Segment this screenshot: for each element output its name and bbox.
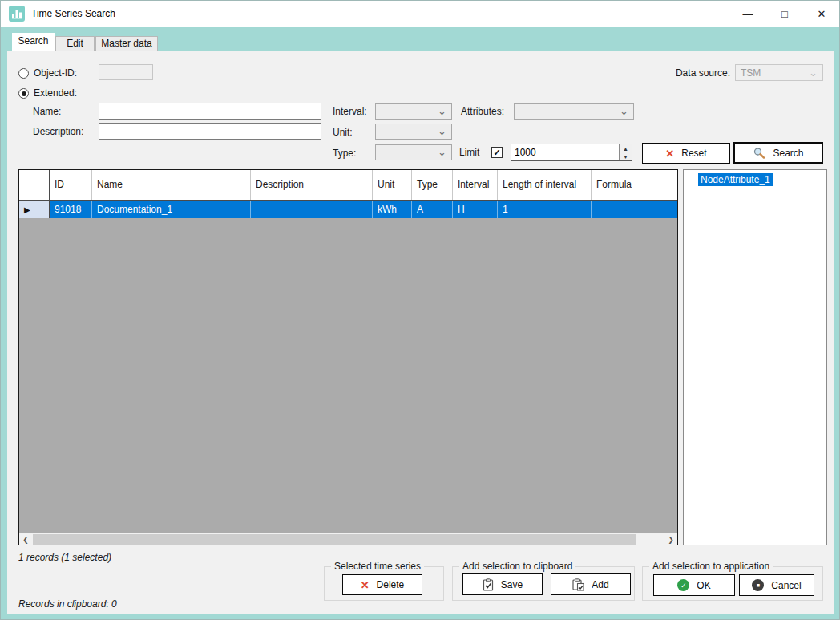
row-selector-header	[19, 170, 50, 200]
search-button-label: Search	[773, 148, 803, 159]
interval-label: Interval:	[333, 106, 367, 117]
limit-checkbox[interactable]: ✓	[491, 147, 503, 158]
extended-radio[interactable]	[18, 88, 29, 99]
name-label: Name:	[33, 106, 61, 117]
add-button[interactable]: Add	[551, 573, 631, 595]
minimize-icon: —	[743, 8, 753, 20]
grid-header-row: ID Name Description Unit Type Interval L…	[19, 170, 677, 201]
records-summary: 1 records (1 selected)	[18, 552, 111, 563]
tab-master-data[interactable]: Master data	[95, 36, 158, 51]
cell-type[interactable]: A	[412, 201, 453, 218]
radio-dot	[22, 91, 26, 96]
spin-down-button[interactable]: ▼	[620, 152, 632, 160]
search-button[interactable]: Search	[733, 142, 823, 164]
tree-item[interactable]: NodeAttribute_1	[685, 172, 825, 187]
maximize-icon: □	[781, 8, 788, 20]
close-button[interactable]: ✕	[806, 1, 837, 26]
title-bar: Time Series Search — □ ✕	[1, 1, 840, 27]
data-source-label: Data source:	[674, 67, 730, 79]
unit-combobox[interactable]: ⌄	[375, 124, 452, 140]
data-source-value: TSM	[741, 67, 761, 79]
attributes-label: Attributes:	[461, 106, 504, 117]
table-row[interactable]: ▶ 91018 Documentation_1 kWh A H 1	[19, 201, 677, 218]
row-selector-cell[interactable]: ▶	[19, 201, 50, 218]
tab-edit[interactable]: Edit	[55, 36, 95, 51]
chevron-down-icon: ⌄	[438, 128, 446, 135]
ok-button[interactable]: ✓ OK	[653, 574, 735, 596]
limit-label: Limit	[459, 147, 479, 158]
magnifier-icon	[753, 147, 765, 160]
column-header-interval[interactable]: Interval	[453, 170, 498, 200]
delete-button[interactable]: ✕ Delete	[342, 574, 422, 595]
interval-combobox[interactable]: ⌄	[375, 103, 452, 120]
bar-chart-icon	[11, 8, 22, 19]
type-combobox[interactable]: ⌄	[375, 144, 452, 160]
column-header-length-of-interval[interactable]: Length of interval	[498, 170, 592, 200]
column-header-id[interactable]: ID	[50, 170, 92, 200]
scroll-right-icon: ❯	[668, 536, 674, 544]
cell-name[interactable]: Documentation_1	[92, 201, 251, 218]
description-label: Description:	[33, 126, 83, 137]
tree-branch-line	[685, 180, 697, 180]
column-header-name[interactable]: Name	[92, 170, 251, 200]
grid-empty-area	[19, 218, 677, 533]
cell-id[interactable]: 91018	[50, 201, 92, 218]
type-label: Type:	[333, 148, 356, 159]
results-grid: ID Name Description Unit Type Interval L…	[18, 169, 678, 545]
cell-interval[interactable]: H	[453, 201, 498, 218]
object-id-input[interactable]	[99, 64, 153, 80]
scroll-right-button[interactable]: ❯	[664, 533, 677, 545]
app-window: Time Series Search — □ ✕ Search Edit Mas…	[0, 0, 840, 620]
delete-button-label: Delete	[377, 579, 405, 590]
description-input[interactable]	[99, 123, 321, 140]
chevron-down-icon: ⌄	[809, 70, 818, 76]
spinner-buttons: ▲ ▼	[619, 144, 632, 160]
attributes-combobox[interactable]: ⌄	[514, 103, 634, 120]
tab-master-data-label: Master data	[101, 38, 151, 49]
red-x-icon: ✕	[665, 148, 674, 160]
add-to-clipboard-group: Add selection to clipboard Save Add	[452, 566, 635, 601]
object-id-radio[interactable]	[18, 68, 29, 79]
ok-button-label: OK	[697, 580, 710, 591]
check-icon: ✓	[493, 148, 500, 158]
save-button[interactable]: Save	[462, 573, 543, 595]
spin-down-icon: ▼	[623, 154, 628, 160]
unit-label: Unit:	[333, 127, 353, 138]
horizontal-scrollbar[interactable]: ❮ ❯	[19, 533, 677, 545]
cancel-button-label: Cancel	[771, 580, 801, 591]
chevron-down-icon: ⌄	[438, 149, 446, 156]
spin-up-icon: ▲	[623, 146, 628, 152]
attribute-tree: NodeAttribute_1	[683, 169, 827, 545]
column-header-description[interactable]: Description	[251, 170, 373, 200]
column-header-unit[interactable]: Unit	[373, 170, 412, 200]
add-button-label: Add	[592, 579, 608, 590]
close-icon: ✕	[818, 8, 826, 20]
tree-item-label[interactable]: NodeAttribute_1	[698, 173, 773, 186]
clipboard-check-icon	[483, 578, 494, 591]
tab-search[interactable]: Search	[12, 33, 55, 51]
spin-up-button[interactable]: ▲	[620, 144, 632, 152]
cell-unit[interactable]: kWh	[373, 201, 412, 218]
selected-time-series-group-title: Selected time series	[331, 561, 424, 572]
scroll-left-button[interactable]: ❮	[19, 533, 32, 545]
clipboard-paste-icon	[572, 578, 584, 591]
cancel-button[interactable]: ■ Cancel	[739, 574, 814, 596]
cell-formula[interactable]	[592, 201, 677, 218]
add-to-clipboard-group-title: Add selection to clipboard	[459, 561, 575, 572]
column-header-type[interactable]: Type	[412, 170, 453, 200]
tab-edit-label: Edit	[67, 38, 83, 49]
cell-description[interactable]	[251, 201, 373, 218]
name-input[interactable]	[99, 103, 321, 120]
minimize-button[interactable]: —	[733, 1, 763, 26]
maximize-button[interactable]: □	[769, 1, 800, 26]
cell-length-of-interval[interactable]: 1	[498, 201, 592, 218]
add-to-application-group: Add selection to application ✓ OK ■ Canc…	[642, 566, 823, 601]
clipboard-records-summary: Records in clipboard: 0	[18, 598, 117, 610]
limit-input[interactable]	[511, 144, 619, 160]
reset-button[interactable]: ✕ Reset	[642, 143, 730, 164]
app-icon	[9, 6, 25, 22]
column-header-formula[interactable]: Formula	[592, 170, 677, 200]
data-source-combobox[interactable]: TSM ⌄	[735, 64, 823, 81]
save-button-label: Save	[501, 579, 523, 590]
scrollbar-thumb[interactable]	[33, 534, 636, 545]
